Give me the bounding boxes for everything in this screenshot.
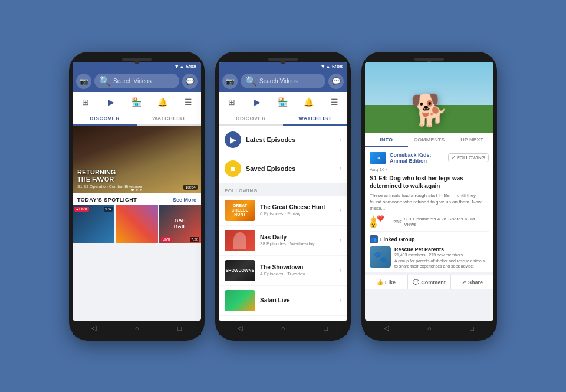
menu-icon-1[interactable]: ☰ [179, 95, 198, 109]
show-item-safari[interactable]: Safari Live › [219, 286, 347, 316]
marketplace-icon-2[interactable]: 🏪 [274, 95, 292, 109]
dog-scene: 🐕 [365, 62, 493, 133]
latest-episodes-item[interactable]: ▶ Latest Episodes › [219, 126, 347, 154]
saved-episodes-item[interactable]: ■ Saved Episodes › [219, 154, 347, 183]
like-label: Like [385, 279, 396, 285]
hero-subtitle-1: S1:E2 Operation Combat Bikesaver [77, 185, 143, 189]
cheese-thumb: GREATCHEESEHUNT [225, 200, 255, 221]
back-btn-3[interactable]: ◁ [381, 324, 391, 333]
latest-title: Latest Episodes [246, 136, 340, 143]
phone-1-screen: ▼▲ 5:08 📷 🔍 Search Videos 💬 ⊞ ▶ 🏪 🔔 ☰ [73, 62, 201, 321]
linked-label-row: 👥 Linked Group [370, 235, 489, 243]
phone-2-screen: ▼▲ 5:08 📷 🔍 Search Videos 💬 ⊞ ▶ 🏪 🔔 ☰ [219, 62, 347, 321]
hero-video-1[interactable]: RETURNINGTHE FAVOR S1:E2 Operation Comba… [73, 126, 201, 193]
comment-label: Comment [421, 279, 446, 285]
following-label: FOLLOWING [219, 183, 347, 196]
cheese-title: The Great Cheese Hunt [260, 204, 340, 210]
watchlist-section: ▶ Latest Episodes › ■ Saved Episodes › F… [219, 126, 347, 321]
safari-chevron: › [340, 297, 341, 304]
show-item-showdown[interactable]: SHOWDOWNS The Showdown 4 Episodes · Tues… [219, 256, 347, 286]
tab-discover-2[interactable]: DISCOVER [219, 111, 283, 124]
marketplace-icon-1[interactable]: 🏪 [127, 95, 146, 109]
latest-chevron: › [340, 136, 341, 143]
nas-info: Nas Daily 38 Episodes · Wednesday [260, 234, 340, 246]
signal-icon-2: ▼▲ [320, 64, 331, 70]
spotlight-item-1[interactable]: ● LIVE 5.5k [73, 205, 114, 243]
bell-icon-1[interactable]: 🔔 [153, 95, 172, 109]
phone-2-nav: ◁ ○ □ [219, 321, 347, 335]
hero-overlay-1: RETURNINGTHE FAVOR S1:E2 Operation Comba… [77, 169, 143, 188]
nas-person [233, 232, 246, 249]
see-more-1[interactable]: See More [173, 197, 196, 203]
tab-watchlist-2[interactable]: WATCHLIST [283, 111, 347, 126]
episode-title: S1 E4: Dog who lost her legs was determi… [370, 174, 489, 190]
menu-icon-2[interactable]: ☰ [325, 95, 344, 109]
search-bar-1[interactable]: 🔍 Search Videos [94, 74, 179, 88]
nas-chevron: › [340, 237, 341, 243]
phone-1: ▼▲ 5:08 📷 🔍 Search Videos 💬 ⊞ ▶ 🏪 🔔 ☰ [69, 52, 205, 341]
tab-watchlist-1[interactable]: WATCHLIST [137, 111, 201, 124]
bell-icon-2[interactable]: 🔔 [300, 95, 318, 109]
hero-title-1: RETURNINGTHE FAVOR [77, 169, 143, 183]
camera-icon-1[interactable]: 📷 [76, 74, 91, 89]
video-tabs: INFO COMMENTS UP NEXT [365, 133, 493, 147]
dot-2 [136, 189, 138, 191]
back-btn-1[interactable]: ◁ [89, 324, 98, 333]
home-icon-2[interactable]: ⊞ [222, 95, 241, 109]
showdown-thumb: SHOWDOWNS [225, 260, 255, 281]
showdown-chevron: › [340, 267, 341, 274]
spotlight-thumb-2 [116, 205, 157, 243]
signal-icon-1: ▼▲ [174, 64, 185, 70]
show-item-cheese[interactable]: GREATCHEESEHUNT The Great Cheese Hunt 6 … [219, 196, 347, 226]
episode-date: Aug 10 · [370, 167, 489, 172]
tab-info[interactable]: INFO [365, 133, 408, 147]
dog-emoji: 🐕 [410, 93, 449, 129]
tab-discover-1[interactable]: DISCOVER [73, 111, 137, 126]
spotlight-item-3[interactable]: BAEBAIL 7:28 LIVE [159, 205, 201, 243]
search-text-2: Search Videos [259, 78, 298, 84]
comment-button[interactable]: 💬 Comment [408, 275, 451, 289]
show-item-nas[interactable]: Nas Daily 38 Episodes · Wednesday › [219, 226, 347, 256]
safari-thumb [225, 290, 255, 311]
tab-comments[interactable]: COMMENTS [408, 133, 451, 147]
icon-bar-1: ⊞ ▶ 🏪 🔔 ☰ [73, 92, 201, 111]
cheese-info: The Great Cheese Hunt 6 Episodes · Frida… [260, 204, 340, 216]
search-icon-2: 🔍 [245, 75, 257, 87]
share-button[interactable]: ↗ Share [451, 275, 493, 289]
camera-icon-2[interactable]: 📷 [222, 74, 238, 89]
video-icon-2[interactable]: ▶ [248, 95, 266, 109]
video-icon-1[interactable]: ▶ [101, 95, 120, 109]
messenger-icon-1[interactable]: 💬 [182, 74, 198, 89]
following-button[interactable]: ✓ FOLLOWING [448, 153, 489, 162]
following-label-3: FOLLOWING [457, 155, 485, 160]
comment-icon: 💬 [413, 279, 419, 285]
back-btn-2[interactable]: ◁ [235, 324, 245, 333]
like-icon: 👍 [377, 279, 383, 285]
reaction-count: 23K [393, 219, 402, 225]
spotlight-item-2[interactable] [116, 205, 157, 243]
search-bar-2[interactable]: 🔍 Search Videos [241, 74, 325, 88]
home-btn-3[interactable]: ○ [424, 324, 434, 333]
tab-upnext[interactable]: UP NEXT [450, 133, 493, 147]
spotlight-header-1: TODAY'S SPOTLIGHT See More [73, 193, 201, 205]
group-row[interactable]: 🐾 Rescue Pet Parents 21,493 members · 27… [370, 246, 489, 269]
recents-btn-2[interactable]: □ [321, 324, 331, 333]
latest-icon: ▶ [225, 131, 241, 148]
recents-btn-3[interactable]: □ [468, 324, 477, 333]
home-icon-1[interactable]: ⊞ [76, 95, 95, 109]
info-section: CK Comeback Kids: Animal Edition ✓ FOLLO… [365, 147, 493, 232]
dog-video[interactable]: 🐕 [365, 62, 493, 133]
nas-title: Nas Daily [260, 234, 340, 241]
share-label: Share [468, 279, 483, 285]
home-btn-2[interactable]: ○ [278, 324, 288, 333]
top-nav-2: 📷 🔍 Search Videos 💬 [219, 71, 347, 92]
recents-btn-1[interactable]: □ [175, 324, 185, 333]
like-button[interactable]: 👍 Like [365, 275, 408, 289]
episode-desc: These animals had a rough start in life … [370, 192, 489, 212]
reaction-stats: 881 Comments 4.2K Shares 6.3M Views [404, 216, 489, 227]
safari-info: Safari Live [260, 297, 340, 304]
home-btn-1[interactable]: ○ [132, 324, 142, 333]
time-1: 5:08 [186, 64, 196, 70]
search-text-1: Search Videos [113, 78, 152, 84]
messenger-icon-2[interactable]: 💬 [328, 74, 344, 89]
